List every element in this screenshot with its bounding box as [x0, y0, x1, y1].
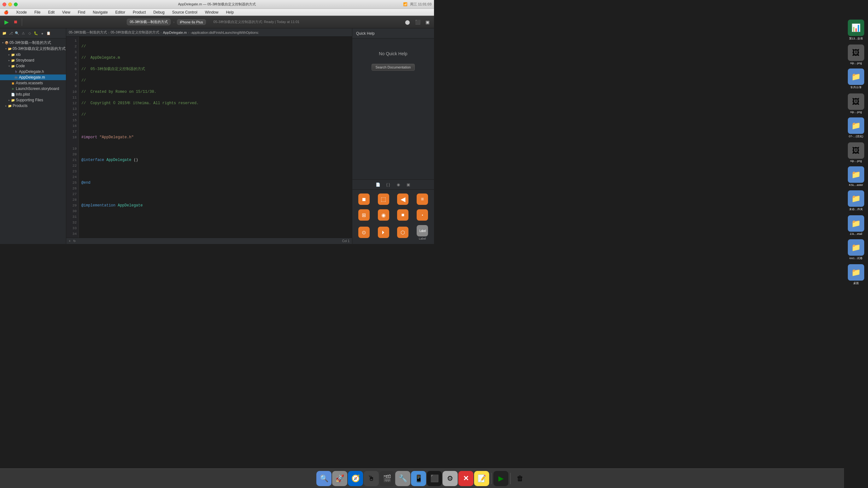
menu-window[interactable]: Window: [204, 9, 220, 15]
obj-grid2-icon[interactable]: ▣: [405, 181, 412, 188]
obj-item-dashed[interactable]: ⬚: [374, 192, 393, 207]
nav-disclosure-ah: ▸: [11, 70, 14, 73]
obj-item-circle2[interactable]: ◉: [374, 208, 393, 223]
stop-button[interactable]: ■: [12, 17, 19, 27]
nav-test-icon[interactable]: ◇: [27, 31, 32, 36]
nav-debug-icon[interactable]: 🐛: [33, 31, 38, 36]
nav-issue-icon[interactable]: ⚠: [21, 31, 26, 36]
menu-debug[interactable]: Debug: [152, 9, 165, 15]
run-button[interactable]: ▶: [2, 17, 11, 27]
obj-square-icon: ■: [397, 209, 408, 221]
menu-navigate[interactable]: Navigate: [91, 9, 109, 15]
obj-item-list[interactable]: ≡: [413, 192, 432, 207]
toggle-debug-button[interactable]: ⬛: [413, 18, 422, 26]
obj-item-play[interactable]: ⏵: [374, 224, 393, 241]
nav-storyboard-item[interactable]: ▸ 📁 Stroyboard: [0, 57, 66, 63]
menu-xcode[interactable]: Xcode: [15, 9, 28, 15]
nav-assets-item[interactable]: ▸ ◼ Assets.xcassets: [0, 80, 66, 86]
ln-2: 2: [66, 44, 76, 49]
obj-circle-icon[interactable]: ◉: [395, 181, 402, 188]
ln-26: 26: [66, 185, 76, 191]
nav-products-item[interactable]: ▸ 📁 Products: [0, 103, 66, 109]
breadcrumb-bar: 05-3种加载---制造的方式 › 05-3种加载自定义控制器的方式 › App…: [66, 28, 352, 37]
obj-item-grid[interactable]: ⊞: [355, 208, 373, 223]
menu-editor[interactable]: Editor: [114, 9, 126, 15]
obj-item-cube[interactable]: ⬡: [394, 224, 412, 241]
obj-file-icon[interactable]: 📄: [375, 181, 381, 188]
main-layout: 📁 ⎇ 🔍 ⚠ ◇ 🐛 ● 📋 ▾ 📦 05-3种加载---制造的方式 ▾ 📂: [0, 28, 434, 244]
breadcrumb-item-2[interactable]: AppDelegate.m: [163, 31, 187, 34]
nav-disclosure-products: ▸: [4, 105, 7, 107]
search-documentation-button[interactable]: Search Documentation: [372, 64, 415, 71]
breadcrumb-item-0[interactable]: 05-3种加载---制造的方式: [69, 30, 107, 35]
obj-label-text: Label: [419, 237, 426, 240]
toggle-inspector-button[interactable]: ▣: [424, 18, 432, 26]
obj-item-camera[interactable]: ⊙: [355, 224, 373, 241]
menu-source-control[interactable]: Source Control: [171, 9, 199, 15]
ln-28: 28: [66, 197, 76, 203]
nav-search-icon[interactable]: 🔍: [14, 31, 20, 36]
title-bar-right: 📶 周三 11:01:03: [403, 2, 432, 7]
breadcrumb-sep-0: ›: [108, 31, 110, 34]
close-button[interactable]: [2, 2, 6, 6]
nav-code-item[interactable]: ▾ 📁 Code: [0, 63, 66, 69]
obj-stop-icon: ■: [358, 194, 370, 205]
window-title: AppDelegate.m — 05-3种加载自定义控制器的方式: [178, 2, 256, 7]
code-line-14: [82, 191, 349, 197]
code-line-5: // Created by Romeo on 15/11/30.: [82, 89, 349, 95]
nav-label-xib: xib: [16, 52, 66, 57]
nav-xib-item[interactable]: ▸ 📁 xib: [0, 52, 66, 57]
navigator-sidebar: 📁 ⎇ 🔍 ⚠ ◇ 🐛 ● 📋 ▾ 📦 05-3种加载---制造的方式 ▾ 📂: [0, 28, 66, 244]
menu-find[interactable]: Find: [76, 9, 86, 15]
nav-supporting-item[interactable]: ▸ 📁 Supporting Files: [0, 97, 66, 103]
ln-32: 32: [66, 220, 76, 225]
cycle-button[interactable]: ↻: [73, 239, 76, 243]
nav-disclosure-subroot: ▾: [4, 47, 7, 50]
code-content[interactable]: // // AppDelegate.m // 05-3种加载自定义控制器的方式 …: [79, 37, 352, 238]
nav-launchscreen-item[interactable]: ▸ ≡ LaunchScreen.storyboard: [0, 86, 66, 91]
nav-appdelegateh-item[interactable]: ▸ h AppDelegate.h: [0, 69, 66, 75]
breadcrumb-item-1[interactable]: 05-3种加载自定义控制器的方式: [111, 30, 159, 35]
nav-report-icon[interactable]: 📋: [46, 31, 51, 36]
menu-product[interactable]: Product: [131, 9, 147, 15]
breadcrumb-item-3[interactable]: -application:didFinishLaunchingWithOptio…: [190, 31, 259, 34]
nav-m-file-icon: m: [14, 75, 18, 80]
code-line-1: //: [82, 44, 349, 49]
ln-3: 3: [66, 49, 76, 55]
nav-bp-icon[interactable]: ●: [40, 31, 45, 36]
obj-circle2-icon: ◉: [378, 209, 389, 221]
menu-file[interactable]: File: [33, 9, 42, 15]
obj-item-back[interactable]: ◀: [394, 192, 412, 207]
toggle-navigator-button[interactable]: ⬤: [403, 18, 412, 26]
device-selector[interactable]: iPhone 6s Plus: [177, 19, 206, 25]
status-bar: + ↻ Col 1: [66, 238, 352, 244]
nav-file-icon[interactable]: 📁: [2, 31, 7, 36]
nav-infoplist-item[interactable]: ▸ 📄 Info.plist: [0, 91, 66, 97]
menu-help[interactable]: Help: [224, 9, 235, 15]
minimize-button[interactable]: [8, 2, 12, 6]
code-line-6: // Copyright © 2015年 itheima. All rights…: [82, 101, 349, 106]
scheme-selector[interactable]: 05-3种加载---制造的方式: [127, 19, 170, 25]
nav-appdelegatem-item[interactable]: ▸ m AppDelegate.m: [0, 75, 66, 80]
obj-lib-toolbar: 📄 { } ◉ ▣: [352, 180, 434, 190]
add-file-button[interactable]: +: [69, 239, 71, 243]
obj-item-stop[interactable]: ■: [355, 192, 373, 207]
code-line-3: // 05-3种加载自定义控制器的方式: [82, 66, 349, 72]
obj-item-square[interactable]: ■: [394, 208, 412, 223]
obj-item-small-square[interactable]: ▪: [413, 208, 432, 223]
nav-sub-root[interactable]: ▾ 📂 05-3种加载自定义控制器的方式: [0, 46, 66, 52]
code-editor[interactable]: 1 2 3 4 5 6 7 8 9 10 11 12 13 14 15 16 1…: [66, 37, 352, 238]
obj-code-icon[interactable]: { }: [385, 181, 392, 188]
apple-menu[interactable]: 🍎: [2, 9, 10, 15]
menu-bar: 🍎 Xcode File Edit View Find Navigate Edi…: [0, 9, 434, 16]
nav-label-subroot: 05-3种加载自定义控制器的方式: [12, 46, 66, 52]
nav-sf-folder-icon: 📁: [11, 98, 15, 102]
fullscreen-button[interactable]: [14, 2, 18, 6]
menu-edit[interactable]: Edit: [47, 9, 56, 15]
ln-14: 14: [66, 112, 76, 117]
obj-item-label[interactable]: Label Label: [413, 224, 432, 241]
nav-source-icon[interactable]: ⎇: [8, 31, 13, 36]
menu-view[interactable]: View: [61, 9, 71, 15]
nav-project-root[interactable]: ▾ 📦 05-3种加载---制造的方式: [0, 40, 66, 46]
nav-disclosure-sf: ▸: [7, 99, 11, 102]
